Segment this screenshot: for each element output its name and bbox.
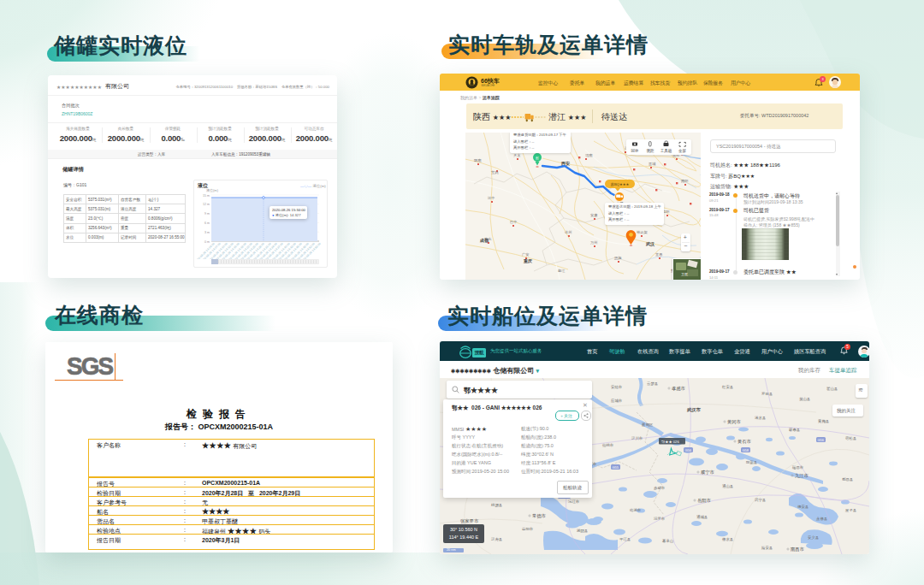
svg-text:宜昌: 宜昌	[655, 252, 662, 257]
svg-text:霍山县: 霍山县	[826, 387, 838, 391]
svg-text:平江县: 平江县	[619, 537, 631, 541]
svg-text:都昌县: 都昌县	[842, 477, 854, 482]
svg-text:测距: 测距	[647, 148, 655, 153]
svg-text:巴中: 巴中	[510, 220, 517, 224]
svg-text:黄石市: 黄石市	[737, 439, 752, 445]
svg-text:G55: G55	[613, 465, 619, 470]
svg-text:宿松县: 宿松县	[845, 436, 857, 440]
svg-text:武汉: 武汉	[645, 241, 655, 247]
svg-text:通城县: 通城县	[696, 514, 708, 519]
svg-text:仙桃市: 仙桃市	[601, 443, 614, 447]
svg-text:德安县: 德安县	[797, 505, 809, 509]
svg-text:云梦县: 云梦县	[647, 381, 659, 386]
svg-text:南昌市: 南昌市	[791, 547, 805, 552]
svg-text:修水县: 修水县	[722, 537, 734, 541]
svg-text:安义县: 安义县	[808, 535, 820, 540]
svg-text:天水: 天水	[513, 153, 521, 157]
svg-text:汨罗市: 汨罗市	[654, 517, 666, 521]
svg-text:靖安县: 靖安县	[761, 546, 773, 550]
svg-text:沅江市: 沅江市	[568, 499, 580, 504]
svg-text:成都: 成都	[479, 238, 489, 244]
svg-text:安陆市: 安陆市	[611, 385, 623, 389]
svg-text:红安县: 红安县	[722, 385, 734, 389]
svg-text:汉寿县: 汉寿县	[491, 537, 503, 542]
svg-text:赤壁市: 赤壁市	[654, 486, 666, 490]
svg-text:苏BQ★★★: 苏BQ★★★	[611, 182, 630, 186]
svg-text:神农架: 神农架	[636, 230, 648, 234]
svg-text:万州: 万州	[590, 240, 597, 245]
svg-text:垫江: 垫江	[558, 269, 566, 273]
svg-text:工具箱: 工具箱	[660, 148, 672, 153]
svg-text:通山县: 通山县	[722, 483, 734, 488]
svg-text:英山县: 英山县	[799, 397, 811, 402]
svg-text:汉川市: 汉川市	[631, 436, 643, 440]
svg-text:达州: 达州	[564, 230, 572, 234]
svg-text:汉中: 汉中	[488, 196, 495, 200]
svg-text:九江市: 九江市	[795, 473, 809, 478]
svg-text:鄂★★ 026: 鄂★★ 026	[661, 440, 679, 444]
svg-text:G56: G56	[818, 438, 825, 442]
svg-text:重庆: 重庆	[523, 258, 532, 263]
svg-text:永修县: 永修县	[816, 517, 828, 521]
svg-text:G56: G56	[685, 448, 692, 452]
svg-text:湘阴县: 湘阴县	[577, 529, 589, 533]
svg-text:浠水县: 浠水县	[755, 416, 767, 420]
svg-text:桃源县: 桃源县	[490, 503, 503, 507]
svg-text:G58: G58	[743, 448, 749, 452]
svg-text:幕阜山: 幕阜山	[662, 539, 673, 543]
svg-text:岳阳市: 岳阳市	[697, 498, 712, 504]
svg-text:晋城: 晋城	[649, 162, 656, 166]
svg-text:应城市: 应城市	[611, 399, 623, 403]
svg-text:南阳: 南阳	[681, 179, 688, 183]
svg-text:黄冈市: 黄冈市	[727, 419, 742, 425]
svg-text:星子县: 星子县	[844, 508, 857, 512]
svg-text:回放: 回放	[631, 148, 640, 153]
svg-text:咸宁市: 咸宁市	[700, 470, 715, 475]
svg-text:黄梅县: 黄梅县	[818, 419, 830, 424]
svg-text:全屏: 全屏	[678, 149, 687, 153]
svg-text:孝感市: 孝感市	[672, 386, 686, 391]
svg-text:武宁县: 武宁县	[755, 498, 767, 502]
svg-text:陇南: 陇南	[474, 158, 482, 162]
svg-text:阳新县: 阳新县	[746, 460, 758, 464]
svg-text:临湘市: 临湘市	[630, 508, 642, 512]
svg-text:渭南: 渭南	[585, 153, 593, 157]
svg-text:瑞昌市: 瑞昌市	[791, 465, 804, 470]
svg-text:武汉市: 武汉市	[686, 407, 702, 412]
svg-text:安康: 安康	[590, 213, 597, 218]
svg-text:宝鸡: 宝鸡	[491, 170, 498, 174]
svg-text:常德市: 常德市	[532, 513, 547, 519]
svg-text:广安: 广安	[522, 252, 529, 257]
svg-text:蕲春县: 蕲春县	[789, 428, 801, 432]
svg-text:益阳市: 益阳市	[522, 527, 534, 531]
svg-text:罗田县: 罗田县	[761, 392, 773, 396]
svg-text:恩施: 恩施	[613, 256, 622, 260]
svg-text:张家界市: 张家界市	[460, 518, 479, 524]
